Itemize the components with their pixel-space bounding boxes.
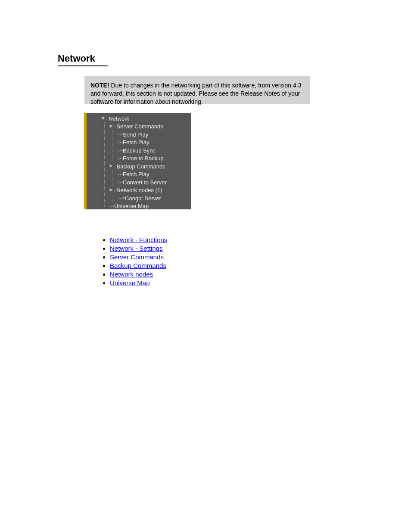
tree-leaf-convert-to-server[interactable]: ⋯ Convert to Server	[87, 178, 191, 187]
tree-label: Convert to Server	[123, 179, 167, 186]
tree-label: Backup Sync	[123, 147, 156, 154]
related-links: Network - Functions Network - Settings S…	[98, 236, 167, 288]
tree-branch-icon: ⋯	[118, 179, 122, 186]
tree-label: Server Commands	[116, 123, 163, 130]
tree-label: Network nodes (1)	[116, 187, 162, 193]
tree-label: Fetch Play	[123, 171, 149, 177]
tree-dash: -	[114, 187, 115, 193]
link-network-functions[interactable]: Network - Functions	[110, 236, 167, 243]
tree-leaf-send-play[interactable]: ⋯ Send Play	[87, 131, 191, 139]
tree-node-backup-commands[interactable]: - Backup Commands	[87, 162, 191, 171]
tree-guide	[112, 170, 112, 186]
tree-label: Universe Map	[114, 203, 149, 209]
tree-dash: -	[114, 123, 115, 130]
tree-branch-icon: ⋯	[118, 171, 122, 177]
tree-dash: -	[114, 163, 115, 170]
tree-branch-icon: ⋯	[118, 155, 122, 162]
tree-guide	[104, 122, 105, 207]
tree-branch-icon: ⋯	[109, 203, 113, 209]
tree-branch-icon: ⋯	[118, 131, 122, 138]
chevron-down-icon	[109, 165, 112, 168]
tree-branch-icon: ⋯	[118, 195, 122, 202]
tree-guide	[112, 195, 112, 202]
tree-leaf-backup-sync[interactable]: ⋯ Backup Sync	[87, 146, 191, 155]
link-network-settings[interactable]: Network - Settings	[110, 245, 163, 252]
link-universe-map[interactable]: Universe Map	[110, 279, 150, 286]
list-item: Network nodes	[110, 271, 167, 278]
tree-guide	[97, 115, 97, 207]
note-label: NOTE!	[90, 82, 109, 89]
link-backup-commands[interactable]: Backup Commands	[110, 262, 166, 269]
list-item: Backup Commands	[110, 262, 167, 269]
network-tree: - Network - Server Commands ⋯ Send Play …	[84, 113, 191, 209]
tree-label: Fetch Play	[123, 139, 149, 146]
chevron-down-icon	[101, 117, 105, 120]
list-item: Universe Map	[110, 279, 167, 286]
tree-label: Force to Backup	[123, 155, 164, 162]
tree-dash: -	[106, 115, 108, 122]
tree-branch-icon: ⋯	[118, 147, 122, 154]
tree-guide	[91, 115, 91, 207]
tree-label: *Congo: Server	[123, 195, 161, 202]
tree-node-network[interactable]: - Network	[87, 115, 191, 123]
note-body: Due to changes in the networking part of…	[90, 82, 301, 105]
heading-underline	[58, 65, 108, 66]
tree-label: Network	[109, 115, 129, 122]
tree-branch-icon: ⋯	[118, 139, 122, 146]
tree-guide	[112, 130, 112, 161]
page-heading: Network	[58, 53, 95, 64]
tree-leaf-congo-server[interactable]: ⋯ *Congo: Server	[87, 194, 191, 202]
tree-leaf-fetch-play[interactable]: ⋯ Fetch Play	[87, 139, 191, 147]
chevron-down-icon	[109, 125, 112, 128]
list-item: Network - Functions	[110, 236, 167, 243]
tree-leaf-fetch-play-2[interactable]: ⋯ Fetch Play	[87, 171, 191, 179]
link-network-nodes[interactable]: Network nodes	[110, 271, 153, 278]
tree-leaf-force-to-backup[interactable]: ⋯ Force to Backup	[87, 155, 191, 163]
chevron-down-icon	[109, 189, 112, 192]
note-box: NOTE! Due to changes in the networking p…	[84, 76, 310, 104]
list-item: Network - Settings	[110, 245, 167, 252]
link-server-commands[interactable]: Server Commands	[110, 253, 164, 261]
list-item: Server Commands	[110, 253, 167, 261]
tree-node-network-nodes[interactable]: - Network nodes (1)	[87, 187, 191, 195]
tree-label: Send Play	[123, 131, 148, 138]
tree-node-server-commands[interactable]: - Server Commands	[87, 123, 191, 131]
tree-label: Backup Commands	[116, 163, 165, 170]
tree-leaf-universe-map[interactable]: ⋯ Universe Map	[87, 202, 191, 210]
